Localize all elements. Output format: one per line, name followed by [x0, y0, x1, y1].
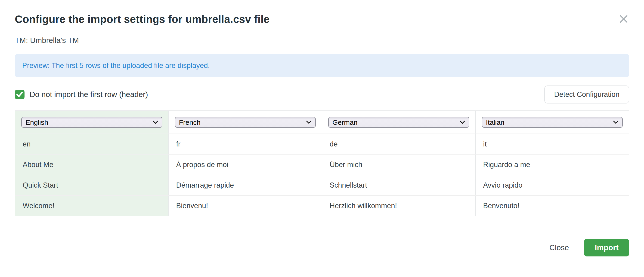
checkmark-icon	[16, 92, 23, 97]
skip-header-checkbox-label: Do not import the first row (header)	[30, 90, 148, 99]
table-cell: fr	[169, 134, 322, 154]
table-row: Welcome! Bienvenu! Herzlich willkommen! …	[15, 195, 629, 216]
modal-footer: Close Import	[15, 239, 629, 257]
preview-info-text: Preview: The first 5 rows of the uploade…	[22, 61, 210, 70]
table-cell: Über mich	[322, 154, 476, 175]
column-header-target-3: Italian	[476, 111, 629, 134]
controls-row: Do not import the first row (header) Det…	[15, 85, 629, 103]
page-title: Configure the import settings for umbrel…	[15, 13, 629, 25]
header-checkbox-group: Do not import the first row (header)	[15, 90, 148, 99]
column-header-target-1: French	[169, 111, 322, 134]
table-cell: Benvenuto!	[476, 195, 629, 216]
import-settings-modal: Configure the import settings for umbrel…	[0, 0, 644, 277]
table-cell: Riguardo a me	[476, 154, 629, 175]
table-cell: en	[15, 134, 169, 154]
table-cell: de	[322, 134, 476, 154]
table-cell: Démarrage rapide	[169, 175, 322, 195]
table-row: Quick Start Démarrage rapide Schnellstar…	[15, 175, 629, 195]
language-select-italian[interactable]: Italian	[482, 117, 623, 128]
table-row: About Me À propos de moi Über mich Rigua…	[15, 154, 629, 175]
table-cell: About Me	[15, 154, 169, 175]
modal-close-button[interactable]	[618, 13, 629, 24]
table-cell: Welcome!	[15, 195, 169, 216]
table-cell: Bienvenu!	[169, 195, 322, 216]
language-select-english[interactable]: English	[21, 117, 162, 128]
skip-header-checkbox[interactable]	[15, 90, 24, 99]
table-cell: À propos de moi	[169, 154, 322, 175]
table-cell: Herzlich willkommen!	[322, 195, 476, 216]
table-cell: it	[476, 134, 629, 154]
table-cell: Schnellstart	[322, 175, 476, 195]
detect-configuration-button[interactable]: Detect Configuration	[544, 85, 629, 103]
language-selector-row: English French	[15, 111, 629, 134]
preview-table: English French	[15, 110, 629, 216]
language-select-french[interactable]: French	[175, 117, 316, 128]
column-header-source: English	[15, 111, 169, 134]
table-row: en fr de it	[15, 134, 629, 154]
tm-label: TM: Umbrella's TM	[15, 36, 629, 45]
import-button[interactable]: Import	[584, 239, 629, 257]
table-cell: Avvio rapido	[476, 175, 629, 195]
close-button[interactable]: Close	[548, 241, 570, 254]
column-header-target-2: German	[322, 111, 476, 134]
table-cell: Quick Start	[15, 175, 169, 195]
close-icon	[620, 15, 628, 23]
preview-info-banner: Preview: The first 5 rows of the uploade…	[15, 54, 629, 77]
language-select-german[interactable]: German	[328, 117, 469, 128]
